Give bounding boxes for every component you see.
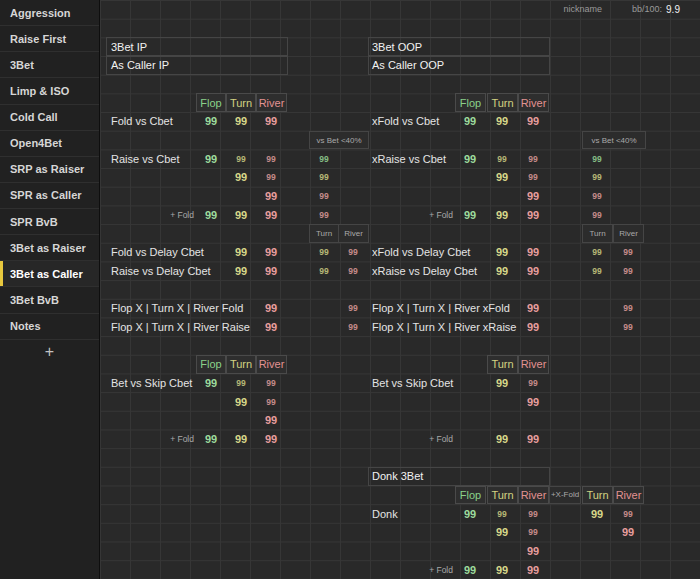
stat-value[interactable]: 99	[338, 299, 368, 318]
stat-value[interactable]: 99	[518, 299, 548, 318]
donk-header-turn[interactable]: Turn	[487, 486, 518, 505]
stat-value[interactable]: 99	[455, 504, 485, 523]
section-3bet-oop[interactable]: 3Bet OOP	[372, 37, 542, 56]
stat-value[interactable]: 99	[613, 523, 643, 542]
stat-value[interactable]: 99	[518, 430, 548, 449]
stat-value[interactable]: 99	[582, 168, 612, 187]
ip-plus-fold2-label[interactable]: + Fold	[146, 430, 194, 449]
stat-value[interactable]: 99	[518, 523, 548, 542]
stat-value[interactable]: 99	[487, 261, 517, 280]
stat-value[interactable]: 99	[256, 243, 286, 262]
ip-aux-header-river[interactable]: River	[338, 224, 369, 243]
stat-value[interactable]: 99	[196, 374, 226, 393]
stat-value[interactable]: 99	[309, 205, 339, 224]
ip-plus-fold-label[interactable]: + Fold	[146, 205, 194, 224]
stat-value[interactable]: 99	[226, 112, 256, 131]
donk-xfold-label[interactable]: +X-Fold	[549, 486, 581, 505]
sidebar-item-limp-iso[interactable]: Limp & ISO	[0, 78, 99, 104]
stat-value[interactable]: 99	[338, 318, 368, 337]
oop-river-xfold-label[interactable]: Flop X | Turn X | River xFold	[372, 299, 542, 318]
oop-header-river[interactable]: River	[518, 93, 549, 112]
stat-value[interactable]: 99	[487, 205, 517, 224]
stat-value[interactable]: 99	[309, 261, 339, 280]
stat-value[interactable]: 99	[518, 149, 548, 168]
stat-value[interactable]: 99	[256, 299, 286, 318]
sidebar-item-notes[interactable]: Notes	[0, 314, 99, 340]
stat-value[interactable]: 99	[256, 187, 286, 206]
stat-value[interactable]: 99	[518, 112, 548, 131]
stat-value[interactable]: 99	[226, 243, 256, 262]
stat-value[interactable]: 99	[582, 261, 612, 280]
stat-value[interactable]: 99	[487, 243, 517, 262]
stat-value[interactable]: 99	[518, 542, 548, 561]
stat-value[interactable]: 99	[338, 261, 368, 280]
ip-header-flop[interactable]: Flop	[196, 93, 226, 112]
stat-value[interactable]: 99	[518, 504, 548, 523]
stat-value[interactable]: 99	[518, 205, 548, 224]
stat-value[interactable]: 99	[455, 112, 485, 131]
ip-header2-flop[interactable]: Flop	[196, 355, 226, 374]
stat-value[interactable]: 99	[487, 560, 517, 579]
sidebar-item-3bet-bvb[interactable]: 3Bet BvB	[0, 287, 99, 313]
oop-aux-header-turn[interactable]: Turn	[582, 224, 613, 243]
stat-value[interactable]: 99	[613, 243, 643, 262]
stat-value[interactable]: 99	[487, 523, 517, 542]
stat-value[interactable]: 99	[487, 112, 517, 131]
ip-header2-river[interactable]: River	[256, 355, 287, 374]
stat-value[interactable]: 99	[309, 243, 339, 262]
stat-value[interactable]: 99	[256, 112, 286, 131]
oop-plus-fold-label[interactable]: + Fold	[404, 205, 453, 224]
stat-value[interactable]: 99	[256, 411, 286, 430]
stat-value[interactable]: 99	[518, 560, 548, 579]
sidebar-item-srp-as-raiser[interactable]: SRP as Raiser	[0, 157, 99, 183]
stat-value[interactable]: 99	[256, 318, 286, 337]
oop-header2-turn[interactable]: Turn	[487, 355, 518, 374]
sidebar-item-open4bet[interactable]: Open4Bet	[0, 131, 99, 157]
oop-header-flop[interactable]: Flop	[455, 93, 486, 112]
stat-value[interactable]: 99	[582, 243, 612, 262]
oop-header2-river[interactable]: River	[518, 355, 549, 374]
stat-value[interactable]: 99	[256, 168, 286, 187]
stat-value[interactable]: 99	[226, 374, 256, 393]
stat-value[interactable]: 99	[582, 187, 612, 206]
stat-value[interactable]: 99	[226, 261, 256, 280]
stat-value[interactable]: 99	[518, 392, 548, 411]
stat-value[interactable]: 99	[256, 261, 286, 280]
stat-value[interactable]: 99	[338, 243, 368, 262]
stat-value[interactable]: 99	[226, 430, 256, 449]
sidebar-item-spr-bvb[interactable]: SPR BvB	[0, 209, 99, 235]
stat-value[interactable]: 99	[455, 560, 485, 579]
stat-value[interactable]: 99	[518, 187, 548, 206]
stat-value[interactable]: 99	[196, 430, 226, 449]
ip-header-river[interactable]: River	[256, 93, 287, 112]
stat-value[interactable]: 99	[256, 205, 286, 224]
ip-vs-bet40-label[interactable]: vs Bet <40%	[309, 131, 369, 150]
stat-value[interactable]: 99	[487, 374, 517, 393]
stat-value[interactable]: 99	[613, 504, 643, 523]
section-as-caller-ip[interactable]: As Caller IP	[111, 56, 281, 75]
stat-value[interactable]: 99	[518, 374, 548, 393]
stat-value[interactable]: 99	[196, 149, 226, 168]
section-as-caller-oop[interactable]: As Caller OOP	[372, 56, 542, 75]
ip-header2-turn[interactable]: Turn	[226, 355, 256, 374]
oop-header-turn[interactable]: Turn	[487, 93, 518, 112]
stat-value[interactable]: 99	[226, 205, 256, 224]
stat-value[interactable]: 99	[196, 112, 226, 131]
stat-value[interactable]: 99	[226, 392, 256, 411]
sidebar-item-3bet-as-raiser[interactable]: 3Bet as Raiser	[0, 235, 99, 261]
stat-value[interactable]: 99	[582, 149, 612, 168]
stat-value[interactable]: 99	[613, 318, 643, 337]
stat-value[interactable]: 99	[455, 205, 485, 224]
stat-value[interactable]: 99	[582, 205, 612, 224]
oop-aux-header-river[interactable]: River	[613, 224, 644, 243]
stat-value[interactable]: 99	[487, 149, 517, 168]
stat-value[interactable]: 99	[582, 504, 612, 523]
stat-value[interactable]: 99	[309, 168, 339, 187]
oop-vs-bet40-label[interactable]: vs Bet <40%	[582, 131, 646, 150]
stat-value[interactable]: 99	[487, 168, 517, 187]
oop-river-xraise-label[interactable]: Flop X | Turn X | River xRaise	[372, 318, 542, 337]
stat-value[interactable]: 99	[256, 430, 286, 449]
donk-header-river[interactable]: River	[518, 486, 549, 505]
stat-value[interactable]: 99	[518, 243, 548, 262]
section-donk-3bet[interactable]: Donk 3Bet	[372, 467, 542, 486]
